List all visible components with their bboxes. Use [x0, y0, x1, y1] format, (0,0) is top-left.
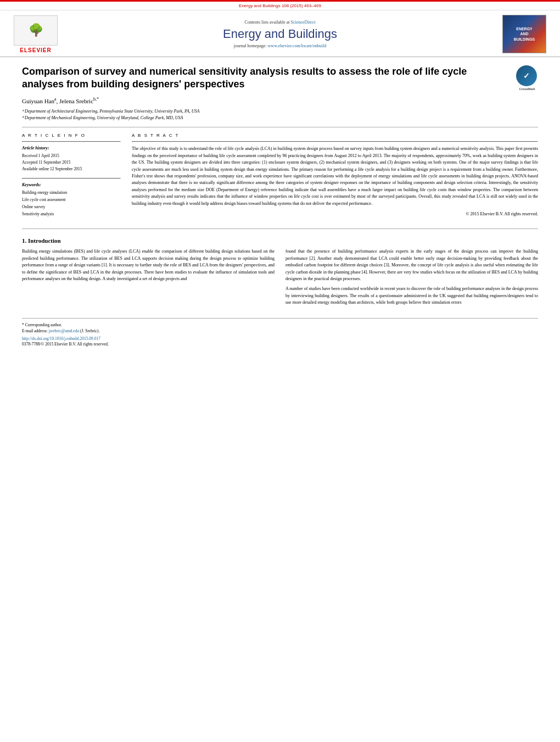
corresponding-sup: ,* [96, 97, 99, 102]
abstract-text: The objective of this study is to unders… [132, 146, 538, 207]
available-date: Available online 12 September 2015 [22, 166, 121, 172]
keywords-section: Keywords: Building energy simulation Lif… [22, 182, 121, 217]
email-link[interactable]: jsrebric@umd.edu [49, 328, 79, 333]
footnotes: * Corresponding author. E-mail address: … [22, 318, 538, 348]
keyword-3: Online survey [22, 204, 121, 211]
intro-left-para1: Building energy simulations (BES) and li… [22, 248, 275, 282]
authors-line: Guiyuan Hana, Jelena Srebricb,* [22, 97, 538, 104]
abstract-divider [132, 141, 538, 142]
keywords-list: Building energy simulation Life cycle co… [22, 189, 121, 217]
corresponding-label: * Corresponding author. [22, 322, 62, 327]
journal-volume-text: Energy and Buildings 108 (2015) 463–469 [239, 3, 321, 8]
doi-line: http://dx.doi.org/10.1016/j.enbuild.2015… [22, 336, 538, 341]
affiliations: ᵃ Department of Architectural Engineerin… [22, 108, 538, 121]
affiliation-b: ᵇ Department of Mechanical Engineering, … [22, 115, 538, 121]
crossmark-label: CrossMark [516, 87, 538, 91]
section-title: 1. Introduction [22, 237, 538, 244]
article-info-heading: A R T I C L E I N F O [22, 133, 121, 138]
article-header-row: Comparison of survey and numerical sensi… [22, 65, 538, 91]
article-dates: Received 1 April 2015 Accepted 11 Septem… [22, 153, 121, 172]
history-label: Article history: [22, 146, 121, 150]
homepage-url-link[interactable]: www.elsevier.com/locate/enbuild [268, 43, 327, 48]
intro-right-para2: A number of studies have been conducted … [285, 286, 538, 306]
introduction-body-cols: Building energy simulations (BES) and li… [22, 248, 538, 309]
elsevier-logo-box: 🌳 [14, 15, 58, 46]
journal-name-heading: Energy and Buildings [71, 27, 489, 41]
keyword-1: Building energy simulation [22, 189, 121, 197]
journal-header: 🌳 ELSEVIER Contents lists available at S… [0, 10, 560, 57]
contents-available-text: Contents lists available at ScienceDirec… [71, 20, 489, 25]
page: Energy and Buildings 108 (2015) 463–469 … [0, 0, 560, 742]
elsevier-tree-icon: 🌳 [29, 24, 43, 36]
doi-link[interactable]: http://dx.doi.org/10.1016/j.enbuild.2015… [22, 336, 100, 341]
section-number: 1. [22, 237, 26, 244]
sciencedirect-link[interactable]: ScienceDirect [291, 20, 316, 25]
intro-right-col: found that the presence of building perf… [285, 248, 538, 309]
journal-logo-right: ENERGY AND BUILDINGS [500, 15, 549, 53]
email-label: E-mail address: [22, 328, 48, 333]
abstract-heading: A B S T R A C T [132, 133, 538, 138]
homepage-label: journal homepage: [234, 43, 267, 48]
introduction-section: 1. Introduction Building energy simulati… [22, 237, 538, 309]
journal-info-bar: Energy and Buildings 108 (2015) 463–469 [0, 2, 560, 10]
journal-center: Contents lists available at ScienceDirec… [60, 20, 500, 48]
keywords-label: Keywords: [22, 182, 121, 187]
intro-right-para1: found that the presence of building perf… [285, 248, 538, 282]
issn-line: 0378-7788/© 2015 Elsevier B.V. All right… [22, 341, 538, 347]
email-person: (J. Srebric). [80, 328, 99, 333]
affiliation-a: ᵃ Department of Architectural Engineerin… [22, 108, 538, 115]
article-content: Comparison of survey and numerical sensi… [0, 57, 560, 355]
received-date: Received 1 April 2015 [22, 153, 121, 159]
section-name: Introduction [28, 237, 61, 244]
accepted-date: Accepted 11 September 2015 [22, 159, 121, 166]
email-footnote: E-mail address: jsrebric@umd.edu (J. Sre… [22, 328, 538, 334]
keywords-divider [22, 178, 121, 179]
journal-homepage-text: journal homepage: www.elsevier.com/locat… [71, 43, 489, 48]
abstract-col: A B S T R A C T The objective of this st… [132, 133, 538, 223]
corresponding-footnote: * Corresponding author. [22, 322, 538, 328]
elsevier-logo: 🌳 ELSEVIER [11, 15, 60, 53]
journal-logo-text: ENERGY AND BUILDINGS [514, 26, 535, 41]
article-divider [22, 127, 538, 127]
affil-sup-a: a [54, 97, 57, 102]
keyword-2: Life cycle cost assessment [22, 197, 121, 204]
info-divider [22, 141, 121, 142]
energy-buildings-logo: ENERGY AND BUILDINGS [502, 15, 546, 53]
article-info-abstract-cols: A R T I C L E I N F O Article history: R… [22, 133, 538, 223]
contents-label: Contents lists available at [245, 20, 290, 25]
article-title: Comparison of survey and numerical sensi… [22, 65, 505, 91]
crossmark-icon: ✓ [516, 65, 537, 86]
copyright-line: © 2015 Elsevier B.V. All rights reserved… [132, 211, 538, 216]
article-history-section: Article history: Received 1 April 2015 A… [22, 146, 121, 172]
intro-left-col: Building energy simulations (BES) and li… [22, 248, 275, 309]
elsevier-brand-label: ELSEVIER [20, 47, 51, 53]
main-divider [22, 228, 538, 229]
crossmark-badge[interactable]: ✓ CrossMark [516, 65, 538, 87]
article-info-col: A R T I C L E I N F O Article history: R… [22, 133, 121, 223]
keyword-4: Sensitivity analysis [22, 211, 121, 218]
